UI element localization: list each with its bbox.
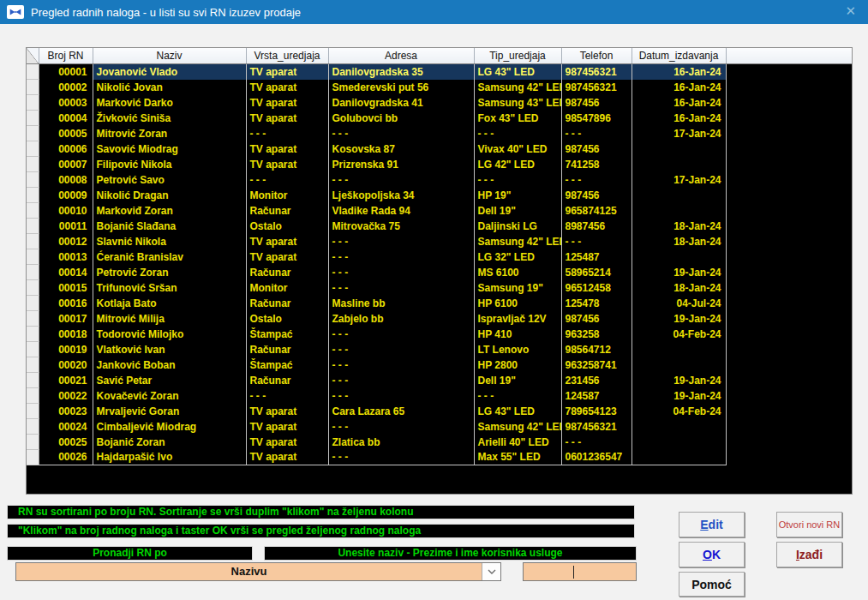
cell-broj-rn[interactable]: 00024 xyxy=(39,419,93,435)
row-selector[interactable] xyxy=(27,296,39,311)
cell-telefon[interactable]: - - - xyxy=(561,126,632,141)
cell-adresa[interactable]: - - - xyxy=(328,234,474,249)
row-selector[interactable] xyxy=(27,265,39,280)
cell-telefon[interactable]: 98547896 xyxy=(561,111,632,126)
cell-vrsta[interactable]: Monitor xyxy=(246,188,328,203)
cell-vrsta[interactable]: TV aparat xyxy=(246,80,328,95)
row-selector[interactable] xyxy=(27,95,39,111)
cell-naziv[interactable]: Janković Boban xyxy=(93,357,246,373)
cell-naziv[interactable]: Hajdarpašić Ivo xyxy=(93,450,246,465)
row-selector[interactable] xyxy=(27,64,39,80)
cell-vrsta[interactable]: TV aparat xyxy=(246,157,328,172)
cell-broj-rn[interactable]: 00012 xyxy=(39,234,93,249)
cell-tip[interactable]: Dell 19" xyxy=(474,203,561,219)
table-row[interactable]: 00024Cimbaljević MiodragTV aparat- - -Sa… xyxy=(27,419,852,435)
cell-adresa[interactable]: Danilovgradska 41 xyxy=(328,95,474,111)
cell-tip[interactable]: - - - xyxy=(474,388,561,404)
cell-tip[interactable]: LG 43" LED xyxy=(474,404,561,419)
cell-broj-rn[interactable]: 00013 xyxy=(39,249,93,265)
table-row[interactable]: 00006Savović MiodragTV aparatKosovska 87… xyxy=(27,141,852,157)
row-selector[interactable] xyxy=(27,141,39,157)
row-selector[interactable] xyxy=(27,280,39,296)
cell-naziv[interactable]: Marković Darko xyxy=(93,95,246,111)
cell-datum[interactable]: 19-Jan-24 xyxy=(632,311,726,327)
close-icon[interactable]: ✕ xyxy=(845,3,856,19)
row-selector[interactable] xyxy=(27,234,39,249)
row-selector[interactable] xyxy=(27,80,39,95)
cell-naziv[interactable]: Mitrović Milija xyxy=(93,311,246,327)
cell-adresa[interactable]: - - - xyxy=(328,126,474,141)
cell-telefon[interactable]: 987456 xyxy=(561,188,632,203)
cell-telefon[interactable]: 987456 xyxy=(561,95,632,111)
cell-telefon[interactable]: 96512458 xyxy=(561,280,632,296)
column-header-tip-uredjaja[interactable]: Tip_uredjaja xyxy=(474,48,561,64)
cell-telefon[interactable]: - - - xyxy=(561,234,632,249)
cell-vrsta[interactable]: TV aparat xyxy=(246,404,328,419)
exit-button[interactable]: Izađi xyxy=(776,542,842,567)
cell-adresa[interactable]: - - - xyxy=(328,419,474,435)
cell-datum[interactable] xyxy=(632,157,726,172)
table-row[interactable]: 00011Bojanić SlađanaOstaloMitrovačka 75D… xyxy=(27,219,852,234)
cell-tip[interactable]: LG 42" LED xyxy=(474,157,561,172)
cell-naziv[interactable]: Slavnić Nikola xyxy=(93,234,246,249)
cell-naziv[interactable]: Bojanić Zoran xyxy=(93,435,246,450)
cell-adresa[interactable]: - - - xyxy=(328,172,474,188)
cell-adresa[interactable]: - - - xyxy=(328,280,474,296)
cell-broj-rn[interactable]: 00023 xyxy=(39,404,93,419)
cell-adresa[interactable]: - - - xyxy=(328,450,474,465)
cell-tip[interactable]: HP 2800 xyxy=(474,357,561,373)
cell-naziv[interactable]: Bojanić Slađana xyxy=(93,219,246,234)
cell-telefon[interactable]: 987456321 xyxy=(561,64,632,80)
table-row[interactable]: 00009Nikolić DraganMonitorLješkopoljska … xyxy=(27,188,852,203)
table-row[interactable]: 00021Savić PetarRačunar- - -Dell 19"2314… xyxy=(27,373,852,388)
cell-datum[interactable] xyxy=(632,450,726,465)
cell-vrsta[interactable]: Ostalo xyxy=(246,219,328,234)
cell-naziv[interactable]: Živković Siniša xyxy=(93,111,246,126)
find-by-dropdown[interactable]: Nazivu xyxy=(15,562,501,581)
ok-button[interactable]: OK xyxy=(679,542,745,567)
cell-broj-rn[interactable]: 00025 xyxy=(39,435,93,450)
cell-broj-rn[interactable]: 00020 xyxy=(39,357,93,373)
cell-telefon[interactable]: - - - xyxy=(561,435,632,450)
cell-vrsta[interactable]: Ostalo xyxy=(246,311,328,327)
open-new-rn-button[interactable]: Otvori novi RN xyxy=(776,512,842,537)
cell-vrsta[interactable]: TV aparat xyxy=(246,95,328,111)
cell-broj-rn[interactable]: 00016 xyxy=(39,296,93,311)
cell-telefon[interactable]: 987456321 xyxy=(561,419,632,435)
cell-broj-rn[interactable]: 00017 xyxy=(39,311,93,327)
cell-tip[interactable]: Ispravljač 12V xyxy=(474,311,561,327)
cell-telefon[interactable]: 987456 xyxy=(561,311,632,327)
cell-broj-rn[interactable]: 00010 xyxy=(39,203,93,219)
cell-naziv[interactable]: Kovačević Zoran xyxy=(93,388,246,404)
column-header-vrsta-uredjaja[interactable]: Vrsta_uredjaja xyxy=(246,48,328,64)
cell-datum[interactable]: 04-Feb-24 xyxy=(632,327,726,342)
cell-naziv[interactable]: Jovanović Vlado xyxy=(93,64,246,80)
cell-datum[interactable] xyxy=(632,249,726,265)
cell-vrsta[interactable]: TV aparat xyxy=(246,450,328,465)
cell-broj-rn[interactable]: 00004 xyxy=(39,111,93,126)
table-row[interactable]: 00016Kotlaja BatoRačunarMasline bbHP 610… xyxy=(27,296,852,311)
table-row[interactable]: 00023Mrvaljević GoranTV aparatCara Lazar… xyxy=(27,404,852,419)
row-selector[interactable] xyxy=(27,373,39,388)
cell-broj-rn[interactable]: 00006 xyxy=(39,141,93,157)
cell-broj-rn[interactable]: 00003 xyxy=(39,95,93,111)
cell-datum[interactable]: 16-Jan-24 xyxy=(632,64,726,80)
cell-datum[interactable] xyxy=(632,435,726,450)
cell-broj-rn[interactable]: 00014 xyxy=(39,265,93,280)
name-search-input[interactable] xyxy=(523,562,637,581)
cell-telefon[interactable]: 963258 xyxy=(561,327,632,342)
cell-tip[interactable]: Samsung 42" LED xyxy=(474,234,561,249)
cell-adresa[interactable]: Smederevski put 56 xyxy=(328,80,474,95)
cell-tip[interactable]: LG 32" LED xyxy=(474,249,561,265)
cell-adresa[interactable]: Cara Lazara 65 xyxy=(328,404,474,419)
row-selector[interactable] xyxy=(27,342,39,357)
cell-naziv[interactable]: Petrović Zoran xyxy=(93,265,246,280)
column-header-telefon[interactable]: Telefon xyxy=(561,48,632,64)
cell-adresa[interactable]: - - - xyxy=(328,327,474,342)
cell-telefon[interactable]: 963258741 xyxy=(561,357,632,373)
cell-adresa[interactable]: - - - xyxy=(328,357,474,373)
table-row[interactable]: 00022Kovačević Zoran- - -- - -- - -12458… xyxy=(27,388,852,404)
cell-naziv[interactable]: Cimbaljević Miodrag xyxy=(93,419,246,435)
cell-broj-rn[interactable]: 00021 xyxy=(39,373,93,388)
cell-vrsta[interactable]: - - - xyxy=(246,126,328,141)
